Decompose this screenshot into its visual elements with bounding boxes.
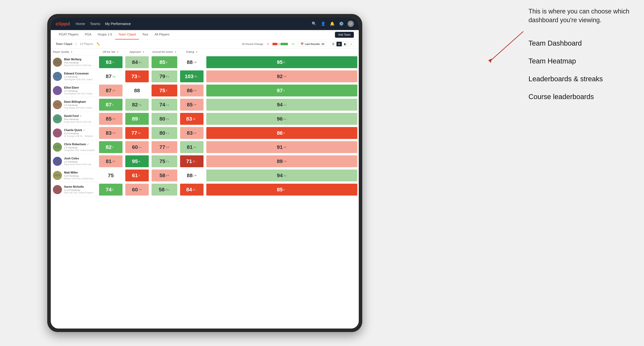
score-cell-8-3: 88 2▼ (179, 169, 205, 183)
add-team-button[interactable]: Add Team (335, 32, 354, 38)
score-inner-9-0: 74 8▲ (99, 184, 122, 195)
tab-pgat-players[interactable]: PGAT Players (56, 30, 82, 39)
score-cell-7-1: 95 8▲ (124, 154, 150, 169)
score-inner-6-1: 60 2▲ (125, 141, 149, 153)
round-change-label: 20 Round Change (242, 42, 263, 45)
player-info-7[interactable]: JC Josh Coles 1-5 Handicap Royal North D… (51, 155, 98, 168)
score-cell-9-2: 58 10▲ (150, 183, 179, 197)
table-row[interactable]: DB Dave Billingham 1-5 Handicap Gog Mago… (51, 98, 359, 112)
arrow-down: ▼ (194, 89, 197, 92)
player-info-1[interactable]: EC Edward Crossman 1-5 Handicap Sunningd… (51, 70, 98, 82)
user-icon[interactable]: 👤 (320, 21, 326, 26)
player-handicap-0: Plus Handicap (64, 61, 96, 64)
player-handicap-2: 1-5 Handicap (64, 90, 96, 92)
score-cell-9-3: 84 21▲ (179, 183, 205, 197)
score-cell-1-3: 103 15▲ (179, 69, 205, 84)
player-info-2[interactable]: EE Elliot Ebert 1-5 Handicap Sunningdale… (51, 85, 98, 97)
score-inner-1-3: 103 15▲ (180, 70, 204, 82)
table-row[interactable]: EC Edward Crossman 1-5 Handicap Sunningd… (51, 69, 359, 84)
score-change-8-1: 3▼ (138, 174, 142, 177)
table-row[interactable]: JC Josh Coles 1-5 Handicap Royal North D… (51, 154, 359, 169)
arrow-down: ▼ (285, 146, 287, 149)
score-cell-4-2: 80 3▲ (150, 112, 179, 126)
col-header-around-green[interactable]: Around the Green ▼ (150, 49, 179, 55)
player-avatar-9: AN (53, 185, 62, 194)
col-header-putting[interactable]: Putting ▼ (179, 49, 205, 55)
col-header-approach[interactable]: Approach ▼ (124, 49, 150, 55)
score-value-1-1: 73 (132, 73, 137, 79)
score-value-3-4: 94 (277, 102, 282, 108)
player-info-0[interactable]: BM Blair McHarg Plus Handicap Royal Nort… (51, 56, 98, 68)
nav-item-home[interactable]: Home (76, 21, 85, 27)
score-inner-0-0: 93 4▲ (99, 56, 122, 68)
arrow-up: ▲ (285, 89, 287, 92)
player-name-7: Josh Coles (64, 157, 96, 160)
score-change-7-2: 2▲ (166, 160, 170, 163)
score-inner-7-1: 95 8▲ (125, 155, 149, 167)
last-rounds-button[interactable]: 📅 Last Rounds: 20 (298, 41, 327, 47)
tab-all-players[interactable]: All Players (152, 30, 173, 39)
arrow-down: ▼ (140, 75, 142, 78)
arrow-down: ▼ (140, 188, 142, 191)
score-inner-5-0: 83 3▼ (99, 127, 122, 139)
player-cell-1: EC Edward Crossman 1-5 Handicap Sunningd… (51, 69, 98, 84)
score-inner-4-4: 96 3▲ (206, 113, 357, 125)
table-row[interactable]: BM Blair McHarg Plus Handicap Royal Nort… (51, 55, 359, 69)
score-value-5-3: 83 (187, 130, 193, 136)
logo: clippd (56, 21, 70, 26)
table-container[interactable]: Player Quality ▼ Off the Tee ▼ Approach … (51, 49, 359, 329)
col-header-off-tee[interactable]: Off the Tee ▼ (98, 49, 124, 55)
player-info-9[interactable]: AN Aaron Nicholls 11-15 Handicap Drift G… (51, 184, 98, 196)
tab-pga[interactable]: PGA (82, 30, 94, 39)
score-value-4-2: 80 (160, 116, 165, 122)
score-cell-1-0: 87 1▲ (98, 69, 124, 84)
tab-tour[interactable]: Tour (139, 30, 152, 39)
table-row[interactable]: CR Chris Robertson ✓ 1-5 Handicap Craigm… (51, 140, 359, 154)
player-info-8[interactable]: MM Matt Miller 6-10 Handicap Woburn Golf… (51, 170, 98, 181)
view-grid-button[interactable]: ⊞ (336, 42, 342, 46)
table-row[interactable]: MM Matt Miller 6-10 Handicap Woburn Golf… (51, 169, 359, 183)
calendar-icon: 📅 (300, 42, 304, 46)
player-name-5: Charlie Quick ✓ (64, 129, 96, 132)
bell-icon[interactable]: 🔔 (329, 21, 335, 26)
player-name-9: Aaron Nicholls (64, 185, 96, 188)
menu-option-0: Team Dashboard (528, 39, 630, 48)
view-sort-button[interactable]: ↕ (348, 42, 354, 46)
table-row[interactable]: EE Elliot Ebert 1-5 Handicap Sunningdale… (51, 84, 359, 98)
score-value-2-2: 75 (160, 88, 165, 93)
search-icon[interactable]: 🔍 (311, 21, 317, 26)
table-row[interactable]: CQ Charlie Quick ✓ 6-10 Handicap St. Geo… (51, 126, 359, 140)
arrow-down: ▼ (167, 146, 170, 149)
arrow-up: ▲ (140, 61, 142, 64)
score-change-2-4: 5▲ (283, 89, 287, 92)
table-row[interactable]: AN Aaron Nicholls 11-15 Handicap Drift G… (51, 183, 359, 197)
player-info-5[interactable]: CQ Charlie Quick ✓ 6-10 Handicap St. Geo… (51, 127, 98, 139)
menu-option-2: Leaderboards & streaks (528, 74, 630, 83)
nav-item-my-performance[interactable]: My Performance (105, 21, 131, 27)
tab-hcaps[interactable]: Hcaps 1-5 (94, 30, 115, 39)
tab-team-clippd[interactable]: Team Clippd (115, 30, 139, 39)
menu-option-1: Team Heatmap (528, 56, 630, 65)
score-inner-3-2: 74 1▲ (152, 99, 177, 111)
score-inner-6-0: 82 3▲ (99, 141, 122, 153)
col-header-player[interactable]: Player Quality ▼ (51, 49, 98, 55)
player-info-6[interactable]: CR Chris Robertson ✓ 1-5 Handicap Craigm… (51, 141, 98, 153)
settings-icon[interactable]: ⚙️ (338, 21, 344, 26)
player-name-6: Chris Robertson ✓ (64, 143, 96, 146)
score-inner-8-4: 94 3▲ (206, 170, 357, 181)
last-rounds-label: Last Rounds: (305, 42, 320, 45)
score-inner-9-1: 60 1▼ (125, 184, 149, 195)
score-value-5-1: 77 (132, 130, 137, 136)
view-heatmap-button[interactable]: ◧ (342, 42, 348, 46)
view-list-button[interactable]: ☰ (330, 42, 336, 46)
avatar[interactable]: U (348, 21, 354, 27)
score-cell-8-2: 58 4▼ (150, 169, 179, 183)
player-info-4[interactable]: DF David Ford ✓ Plus Handicap Royal Nort… (51, 113, 98, 125)
player-info-3[interactable]: DB Dave Billingham 1-5 Handicap Gog Mago… (51, 99, 98, 111)
table-row[interactable]: DF David Ford ✓ Plus Handicap Royal Nort… (51, 112, 359, 126)
arrow-down: ▼ (140, 174, 142, 177)
player-handicap-5: 6-10 Handicap (64, 132, 96, 135)
edit-icon[interactable]: ✏️ (96, 42, 100, 46)
nav-item-teams[interactable]: Teams (90, 21, 100, 27)
score-cell-3-2: 74 1▲ (150, 98, 179, 112)
